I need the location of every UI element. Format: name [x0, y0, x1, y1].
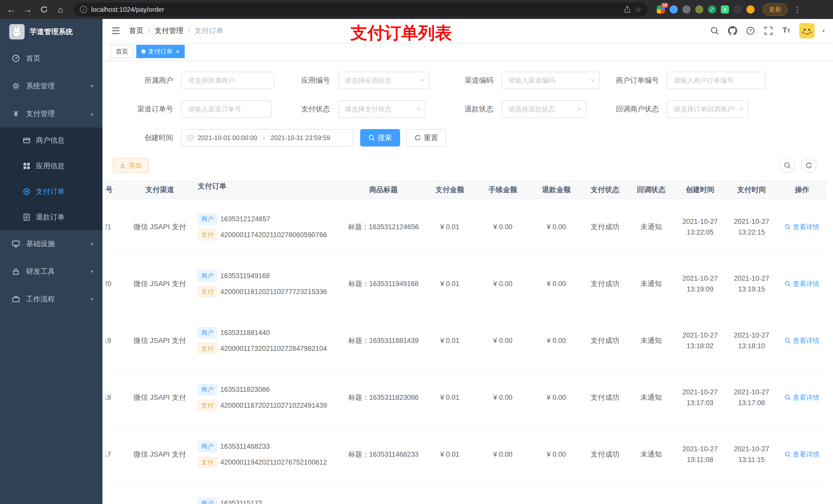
pay-order-line: 支付 4200001194202110276752100612: [198, 457, 327, 468]
view-detail-link[interactable]: 查看详情: [785, 222, 819, 232]
col-refund: 退款金额: [531, 181, 582, 198]
url-bar[interactable]: i localhost:1024/pay/order ☆: [74, 3, 647, 16]
cell-order: 商户 1635311881440 支付 42000011732021102728…: [194, 327, 342, 354]
date-end[interactable]: 2021-10-31 23:59:59: [270, 134, 330, 142]
filter-input[interactable]: [181, 100, 271, 118]
date-range-input[interactable]: 2021-10-01 00:00:00 - 2021-10-31 23:59:5…: [181, 129, 353, 146]
page-header: 首页 / 支付管理 / 支付订单 支付订单列表 ?: [102, 19, 833, 43]
extension-icon[interactable]: 10: [657, 5, 665, 14]
view-detail-link[interactable]: 查看详情: [785, 336, 819, 345]
tab-pay-order[interactable]: 支付订单 ×: [136, 45, 185, 58]
reset-button[interactable]: 重置: [406, 129, 446, 146]
tab-label: 支付订单: [148, 45, 173, 57]
chrome-update-button[interactable]: 更新: [763, 3, 787, 16]
table-body: 121 微信 JSAPI 支付 商户 1635312124657 支付 4200…: [105, 199, 827, 504]
extension-icon[interactable]: [682, 5, 691, 14]
browser-menu-icon[interactable]: ⋮: [793, 5, 801, 14]
cell-status: 支付成功: [582, 392, 628, 402]
filter-label: 应用编号: [263, 75, 338, 85]
filter-field: 支付状态: [263, 100, 426, 118]
close-icon[interactable]: ×: [176, 48, 180, 55]
url-text[interactable]: localhost:1024/pay/order: [91, 6, 620, 14]
bank-card-icon: [23, 137, 31, 144]
extension-icon[interactable]: [670, 5, 678, 14]
export-button[interactable]: 导出: [113, 158, 148, 173]
forward-icon[interactable]: →: [22, 3, 34, 16]
filter-input[interactable]: [667, 100, 748, 118]
sidebar-item-payment[interactable]: ¥ 支付管理 ▴: [0, 100, 102, 127]
sidebar-item-refund-order[interactable]: 退款订单: [0, 205, 102, 230]
sidebar-item-workflow[interactable]: 工作流程 ▾: [0, 285, 102, 313]
filter-control: [181, 72, 274, 89]
extension-icon[interactable]: [734, 5, 742, 14]
avatar[interactable]: [799, 23, 814, 39]
filter-input[interactable]: [181, 72, 274, 89]
search-icon[interactable]: [710, 26, 720, 36]
col-title: 商品标题: [342, 181, 425, 198]
sidebar-item-merchant-info[interactable]: 商户信息: [0, 127, 102, 153]
tab-home[interactable]: 首页: [111, 45, 133, 58]
sidebar-item-infrastructure[interactable]: 基础设施 ▾: [0, 230, 102, 258]
view-detail-link[interactable]: 查看详情: [785, 280, 819, 288]
view-detail-link[interactable]: 查看详情: [785, 393, 819, 402]
col-action: 操作: [777, 181, 827, 198]
search-button[interactable]: 搜索: [360, 129, 400, 146]
home-icon[interactable]: ⌂: [54, 3, 67, 16]
filter-input[interactable]: [667, 72, 766, 89]
profile-avatar-icon[interactable]: [746, 5, 755, 14]
cell-channel: 微信 JSAPI 支付: [126, 392, 194, 402]
cell-fee: ¥ 0.00: [475, 451, 531, 458]
sidebar-item-app-info[interactable]: 应用信息: [0, 153, 102, 179]
toggle-search-icon[interactable]: [780, 158, 795, 173]
app-frame: 芋道管理系统 首页 系统管理 ▾ ¥: [0, 19, 833, 504]
cell-pay-time: 2021-10-2713:22:15: [726, 216, 777, 238]
share-icon[interactable]: [624, 6, 631, 13]
date-separator: -: [261, 134, 267, 142]
font-size-icon[interactable]: TT: [781, 26, 791, 36]
help-icon[interactable]: ?: [745, 26, 756, 36]
github-icon[interactable]: [728, 26, 738, 36]
filter-field: 回调商户状态: [586, 100, 748, 118]
sidebar-item-pay-order[interactable]: 支付订单: [0, 179, 102, 205]
cell-action: 查看详情: [777, 222, 827, 232]
sidebar-item-system[interactable]: 系统管理 ▾: [0, 72, 102, 100]
pay-tag: 支付: [198, 229, 217, 240]
filter-input[interactable]: [502, 72, 600, 89]
chevron-up-icon: ▴: [91, 111, 93, 117]
chevron-down-icon: ▾: [91, 83, 93, 89]
cell-fee: ¥ 0.00: [475, 393, 531, 402]
collapse-menu-icon[interactable]: [111, 25, 122, 37]
filter-label: 支付状态: [263, 104, 338, 114]
site-info-icon[interactable]: i: [80, 6, 87, 13]
table-row: 121 微信 JSAPI 支付 商户 1635312124657 支付 4200…: [105, 199, 827, 256]
filter-input[interactable]: [338, 100, 426, 118]
breadcrumb-pay-mgmt[interactable]: 支付管理: [155, 26, 184, 35]
cell-status: 支付成功: [582, 450, 628, 459]
table-row: 116 商户 16353115172: [105, 483, 827, 504]
filter-input[interactable]: [338, 72, 430, 89]
logo[interactable]: 芋道管理系统: [0, 19, 102, 45]
fullscreen-icon[interactable]: [763, 26, 774, 36]
merchant-tag: 商户: [198, 213, 217, 224]
reload-icon[interactable]: [38, 3, 50, 16]
gear-icon: [11, 82, 21, 90]
cell-fee: ¥ 0.00: [475, 337, 531, 345]
date-start[interactable]: 2021-10-01 00:00:00: [198, 134, 257, 142]
refresh-table-icon[interactable]: [801, 158, 817, 173]
filter-row-1: 所属商户 应用编号 渠道编码 商户订单编号: [102, 71, 833, 90]
extension-icon[interactable]: ✓: [708, 5, 716, 14]
sidebar-item-dev-tools[interactable]: 研发工具 ▾: [0, 258, 102, 285]
filter-input[interactable]: [502, 100, 587, 118]
extension-icon[interactable]: [695, 5, 704, 14]
bookmark-star-icon[interactable]: ☆: [635, 5, 641, 14]
filter-label: 商户订单编号: [586, 75, 667, 85]
main-area: 首页 / 支付管理 / 支付订单 支付订单列表 ?: [102, 19, 833, 504]
cell-pay-time: 2021-10-2713:17:08: [726, 387, 777, 408]
view-detail-link[interactable]: 查看详情: [785, 450, 819, 459]
breadcrumb-home[interactable]: 首页: [129, 26, 143, 35]
sidebar-item-label: 基础设施: [26, 239, 55, 249]
avatar-caret-icon[interactable]: ▾: [822, 28, 825, 34]
sidebar-item-home[interactable]: 首页: [0, 45, 102, 72]
back-icon[interactable]: ←: [5, 3, 18, 16]
extension-icon[interactable]: ≡: [721, 5, 729, 14]
